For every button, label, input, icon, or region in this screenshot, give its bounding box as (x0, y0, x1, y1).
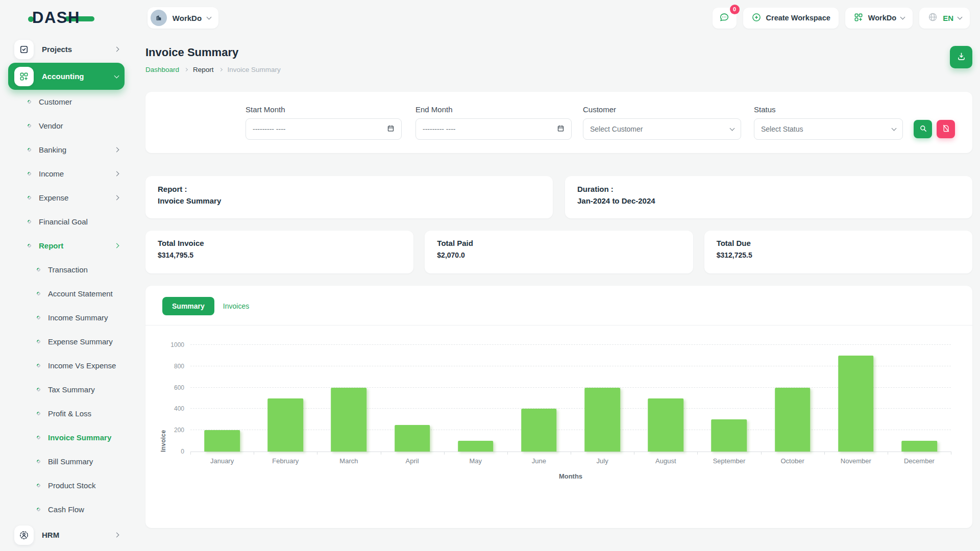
notification-badge: 0 (730, 5, 740, 14)
bar-slot (507, 345, 571, 452)
header-actions: 0 Create Workspace WorkDo EN (713, 8, 970, 29)
sidebar-item-banking[interactable]: Banking (8, 138, 125, 162)
sidebar-item-label: Cash Flow (48, 505, 84, 514)
sidebar-item-hrm[interactable]: HRM (8, 521, 125, 548)
bar-december[interactable] (901, 441, 937, 452)
sidebar-item-report[interactable]: Report (8, 234, 125, 258)
create-workspace-button[interactable]: Create Workspace (743, 8, 839, 29)
sidebar-item-tax-summary[interactable]: Tax Summary (8, 378, 125, 402)
bar-march[interactable] (331, 388, 367, 452)
language-selector[interactable]: EN (919, 8, 970, 29)
sidebar-item-financial-goal[interactable]: Financial Goal (8, 210, 125, 234)
sidebar-item-income-vs-expense[interactable]: Income Vs Expense (8, 354, 125, 378)
total-invoice-label: Total Invoice (158, 239, 401, 247)
end-month-placeholder: --------- ---- (423, 125, 456, 133)
bar-september[interactable] (712, 419, 747, 452)
download-button[interactable] (950, 46, 972, 68)
x-tick-label: July (571, 457, 634, 465)
bullet-icon (27, 147, 32, 153)
bar-july[interactable] (584, 388, 620, 452)
messages-button[interactable]: 0 (713, 8, 737, 29)
tab-summary[interactable]: Summary (162, 297, 214, 315)
bar-slot (697, 345, 761, 452)
total-due-card: Total Due $312,725.5 (704, 231, 972, 273)
bullet-icon (36, 459, 41, 464)
sidebar-item-label: Bill Summary (48, 457, 93, 466)
y-tick-label: 200 (174, 427, 184, 434)
sidebar-item-label: Product Stock (48, 481, 95, 490)
bullet-icon (36, 315, 41, 320)
sidebar-item-expense-summary[interactable]: Expense Summary (8, 330, 125, 354)
reset-filter-button[interactable] (937, 120, 955, 138)
bar-february[interactable] (267, 398, 303, 452)
bar-november[interactable] (838, 356, 874, 452)
grid-plus-icon (853, 12, 864, 24)
bar-january[interactable] (204, 430, 240, 452)
x-tick-label: September (697, 457, 761, 465)
sidebar-item-label: Income (39, 169, 64, 178)
bar-slot (444, 345, 507, 452)
sidebar-item-profit-loss[interactable]: Profit & Loss (8, 402, 125, 425)
y-tick-label: 400 (174, 405, 184, 412)
sidebar-item-cash-flow[interactable]: Cash Flow (8, 497, 125, 521)
chevron-right-icon (219, 68, 223, 71)
start-month-input[interactable]: --------- ---- (246, 118, 402, 140)
chart-plot: 02004006008001000 (190, 345, 951, 452)
sidebar-item-label: Expense Summary (48, 337, 113, 346)
bullet-icon (36, 411, 41, 416)
status-select[interactable]: Select Status (754, 118, 903, 140)
breadcrumb-report-link[interactable]: Report (193, 66, 214, 73)
x-tick-label: December (888, 457, 951, 465)
bar-slot (634, 345, 697, 452)
sidebar-item-bill-summary[interactable]: Bill Summary (8, 449, 125, 473)
bar-may[interactable] (458, 441, 494, 452)
end-month-input[interactable]: --------- ---- (415, 118, 572, 140)
sidebar-item-label: Expense (39, 193, 68, 202)
file-slash-icon (942, 124, 950, 134)
bar-august[interactable] (648, 398, 684, 452)
sidebar-item-label: Invoice Summary (48, 433, 111, 442)
customer-select[interactable]: Select Customer (583, 118, 741, 140)
sidebar-item-income[interactable]: Income (8, 162, 125, 186)
y-tick-label: 0 (181, 448, 184, 455)
x-tick-label: April (381, 457, 444, 465)
sidebar-item-vendor[interactable]: Vendor (8, 114, 125, 138)
apply-filter-button[interactable] (914, 120, 932, 138)
x-tick-label: February (254, 457, 317, 465)
sidebar-item-label: HRM (42, 531, 59, 539)
chevron-right-icon (184, 68, 188, 71)
workspace-switcher[interactable]: WorkDo (148, 7, 218, 29)
total-paid-label: Total Paid (437, 239, 680, 247)
sidebar-item-expense[interactable]: Expense (8, 186, 125, 210)
top-header: DASH WorkDo 0 Create Workspace (0, 0, 980, 31)
sidebar-item-customer[interactable]: Customer (8, 90, 125, 114)
bar-june[interactable] (521, 409, 557, 452)
bullet-icon (27, 171, 32, 177)
search-icon (919, 124, 927, 134)
workspace-name: WorkDo (173, 14, 202, 22)
sidebar-item-label: Banking (39, 145, 66, 154)
start-month-label: Start Month (246, 105, 402, 114)
calendar-icon (557, 124, 565, 134)
breadcrumb: Dashboard Report Invoice Summary (145, 66, 281, 73)
total-invoice-card: Total Invoice $314,795.5 (145, 231, 413, 273)
sidebar-item-invoice-summary[interactable]: Invoice Summary (8, 425, 125, 449)
sidebar-item-account-statement[interactable]: Account Statement (8, 282, 125, 306)
sidebar-item-label: Income Vs Expense (48, 361, 116, 370)
bar-october[interactable] (775, 388, 811, 452)
globe-icon (927, 12, 938, 24)
sidebar-item-product-stock[interactable]: Product Stock (8, 473, 125, 497)
sidebar-item-projects[interactable]: Projects (8, 36, 125, 63)
main-content: Invoice Summary Dashboard Report Invoice… (133, 31, 980, 548)
tab-invoices[interactable]: Invoices (223, 302, 249, 310)
sidebar-item-income-summary[interactable]: Income Summary (8, 306, 125, 330)
sidebar-item-accounting[interactable]: Accounting (8, 63, 125, 90)
sidebar-item-transaction[interactable]: Transaction (8, 258, 125, 282)
breadcrumb-dashboard-link[interactable]: Dashboard (145, 66, 179, 73)
chevron-right-icon (114, 147, 119, 153)
bar-slot (824, 345, 888, 452)
bullet-icon (27, 219, 32, 224)
bar-april[interactable] (395, 425, 430, 452)
workdo-menu-button[interactable]: WorkDo (845, 8, 913, 29)
x-tick-label: August (634, 457, 697, 465)
